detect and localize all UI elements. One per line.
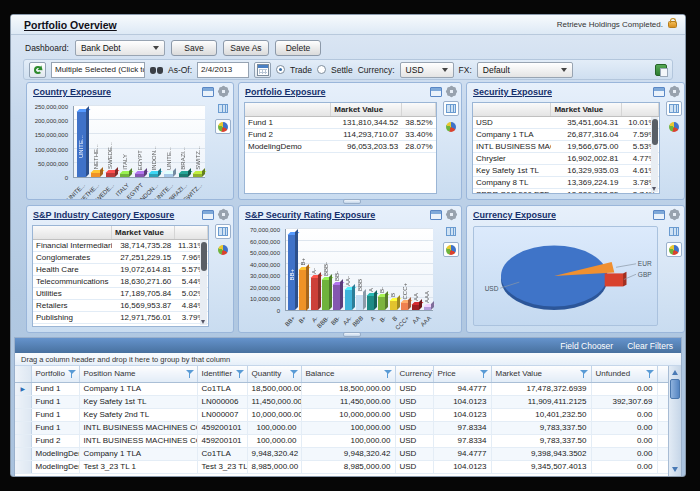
popout-window-icon[interactable] bbox=[653, 210, 665, 220]
market-value-column-header[interactable]: Market Value bbox=[551, 103, 621, 116]
scroll-down-icon[interactable] bbox=[652, 187, 656, 191]
popout-window-icon[interactable] bbox=[202, 87, 214, 97]
chevron-down-icon bbox=[561, 68, 567, 72]
column-label: Market Value bbox=[496, 369, 543, 378]
fx-select[interactable]: Default bbox=[477, 62, 573, 78]
currency-select[interactable]: USD bbox=[400, 62, 454, 78]
scroll-up-icon[interactable] bbox=[672, 370, 678, 375]
filter-funnel-icon[interactable] bbox=[580, 369, 589, 379]
scroll-down-icon[interactable] bbox=[201, 320, 205, 324]
popout-window-icon[interactable] bbox=[202, 210, 214, 220]
holdings-grid-section: Field Chooser Clear Filters Drag a colum… bbox=[14, 337, 682, 476]
filter-funnel-icon[interactable] bbox=[290, 369, 299, 379]
market-value-column-header[interactable]: Market Value bbox=[331, 103, 401, 116]
bar-label: EGYPT bbox=[136, 150, 144, 170]
cell: 0.00 bbox=[591, 460, 657, 473]
column-header-identifier[interactable]: Identifier bbox=[197, 366, 247, 382]
cell: Health Care bbox=[33, 263, 112, 275]
popout-window-icon[interactable] bbox=[653, 87, 665, 97]
column-header-unfunded[interactable]: Unfunded bbox=[591, 366, 657, 382]
holding-row[interactable]: ModelingDemoTest 3_23 TL 1Test 3_23 TL 1… bbox=[15, 460, 672, 473]
settings-gear-icon[interactable] bbox=[218, 86, 229, 97]
scrollbar-thumb[interactable] bbox=[652, 119, 658, 145]
settle-radio[interactable] bbox=[317, 65, 326, 74]
cell: LN000007 bbox=[197, 408, 247, 421]
chart-view-button[interactable] bbox=[443, 119, 459, 134]
export-excel-icon[interactable] bbox=[655, 64, 667, 76]
percent-column-header[interactable] bbox=[174, 226, 207, 239]
holding-row[interactable]: Fund 1INTL BUSINESS MACHINES CORP4592001… bbox=[15, 421, 672, 434]
column-label: Portfolio bbox=[36, 369, 65, 378]
chart-view-button[interactable] bbox=[215, 119, 231, 134]
delete-button[interactable]: Delete bbox=[275, 40, 321, 56]
panel-scrollbar[interactable] bbox=[651, 117, 658, 192]
settings-gear-icon[interactable] bbox=[218, 209, 229, 220]
asof-date-input[interactable]: 2/4/2013 bbox=[197, 62, 249, 78]
save-button[interactable]: Save bbox=[171, 40, 217, 56]
holding-row[interactable]: Fund 2INTL BUSINESS MACHINES CORP4592001… bbox=[15, 434, 672, 447]
holding-row[interactable]: ▶Fund 1Company 1 TLACo1TLA18,500,000.001… bbox=[15, 382, 672, 395]
column-header-portfolio[interactable]: Portfolio bbox=[31, 366, 79, 382]
binoculars-search-icon[interactable] bbox=[150, 65, 163, 74]
table-view-button[interactable] bbox=[666, 101, 682, 116]
settings-gear-icon[interactable] bbox=[446, 209, 457, 220]
chart-view-button[interactable] bbox=[666, 119, 682, 134]
percent-column-header[interactable] bbox=[621, 103, 658, 116]
filter-funnel-icon[interactable] bbox=[646, 369, 655, 379]
table-view-button[interactable] bbox=[443, 101, 459, 116]
filter-funnel-icon[interactable] bbox=[186, 369, 195, 379]
table-view-button[interactable] bbox=[443, 224, 459, 239]
filter-funnel-icon[interactable] bbox=[68, 369, 77, 379]
cell: Fund 1 bbox=[31, 395, 79, 408]
filter-funnel-icon[interactable] bbox=[480, 369, 489, 379]
column-header-balance[interactable]: Balance bbox=[301, 366, 395, 382]
name-column-header[interactable] bbox=[33, 226, 112, 239]
scroll-down-icon[interactable] bbox=[672, 467, 678, 472]
dashboard-select[interactable]: Bank Debt bbox=[75, 40, 165, 56]
chart-view-button[interactable] bbox=[215, 242, 231, 257]
refresh-button[interactable] bbox=[29, 62, 46, 78]
scrollbar-thumb[interactable] bbox=[201, 242, 207, 271]
market-value-column-header[interactable]: Market Value bbox=[112, 226, 175, 239]
refresh-icon bbox=[34, 66, 42, 74]
table-view-button[interactable] bbox=[215, 224, 231, 239]
name-column-header[interactable] bbox=[245, 103, 331, 116]
calendar-picker-button[interactable] bbox=[254, 62, 271, 78]
column-header-market-value[interactable]: Market Value bbox=[491, 366, 591, 382]
splitter-handle[interactable] bbox=[343, 199, 361, 204]
filter-funnel-icon[interactable] bbox=[236, 369, 245, 379]
pie-label-gbp: GBP bbox=[638, 271, 652, 278]
settings-gear-icon[interactable] bbox=[446, 86, 457, 97]
grid-vertical-scrollbar[interactable] bbox=[668, 366, 681, 476]
popout-window-icon[interactable] bbox=[430, 87, 442, 97]
scrollbar-thumb[interactable] bbox=[670, 379, 680, 399]
name-column-header[interactable] bbox=[473, 103, 551, 116]
view-toggle-strip bbox=[664, 99, 684, 199]
cell: 104.0123 bbox=[433, 395, 491, 408]
table-icon bbox=[446, 104, 456, 113]
holding-row[interactable]: Fund 1Key Safety 2nd TLLN00000710,000,00… bbox=[15, 408, 672, 421]
popout-window-icon[interactable] bbox=[430, 210, 442, 220]
group-by-bar[interactable]: Drag a column header and drop it here to… bbox=[15, 353, 681, 366]
clear-filters-link[interactable]: Clear Filters bbox=[627, 341, 673, 351]
holding-row[interactable]: Fund 1Key Safety 1st TLLN00000611,450,00… bbox=[15, 395, 672, 408]
save-as-button[interactable]: Save As bbox=[223, 40, 269, 56]
column-label: Price bbox=[438, 369, 456, 378]
settings-gear-icon[interactable] bbox=[669, 209, 680, 220]
column-header-price[interactable]: Price bbox=[433, 366, 491, 382]
holding-row[interactable]: ModelingDemoCompany 1 TLACo1TLA9,948,320… bbox=[15, 447, 672, 460]
trade-radio[interactable] bbox=[276, 65, 285, 74]
table-view-button[interactable] bbox=[215, 101, 231, 116]
chart-view-button[interactable] bbox=[443, 242, 459, 257]
table-view-button[interactable] bbox=[666, 224, 682, 239]
panel-scrollbar[interactable] bbox=[200, 240, 207, 325]
column-header-currency[interactable]: Currency bbox=[395, 366, 433, 382]
percent-column-header[interactable] bbox=[401, 103, 435, 116]
filter-funnel-icon[interactable] bbox=[384, 369, 393, 379]
portfolio-selector-input[interactable]: Multiple Selected (Click tc bbox=[51, 62, 145, 78]
field-chooser-link[interactable]: Field Chooser bbox=[560, 341, 613, 351]
settings-gear-icon[interactable] bbox=[669, 86, 680, 97]
column-header-position-name[interactable]: Position Name bbox=[79, 366, 197, 382]
column-header-quantity[interactable]: Quantity bbox=[247, 366, 301, 382]
chart-view-button[interactable] bbox=[666, 242, 682, 257]
